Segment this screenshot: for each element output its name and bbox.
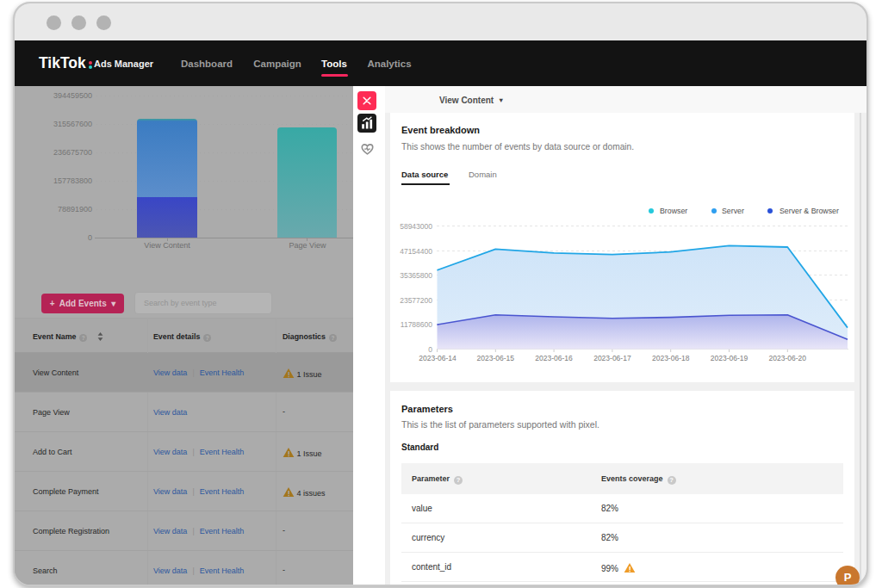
svg-text:11788600: 11788600 [401, 320, 432, 329]
svg-text:2023-06-20: 2023-06-20 [769, 354, 807, 362]
svg-text:0: 0 [428, 345, 432, 354]
svg-text:23577200: 23577200 [400, 296, 432, 305]
svg-text:58943000: 58943000 [400, 222, 432, 231]
svg-text:35365800: 35365800 [400, 271, 432, 280]
svg-text:2023-06-18: 2023-06-18 [652, 354, 690, 362]
svg-text:2023-06-14: 2023-06-14 [419, 354, 457, 362]
svg-text:2023-06-19: 2023-06-19 [711, 354, 748, 362]
svg-text:2023-06-17: 2023-06-17 [593, 354, 631, 362]
svg-text:47154400: 47154400 [400, 247, 432, 256]
svg-text:2023-06-16: 2023-06-16 [535, 354, 573, 362]
svg-text:2023-06-15: 2023-06-15 [477, 354, 515, 362]
